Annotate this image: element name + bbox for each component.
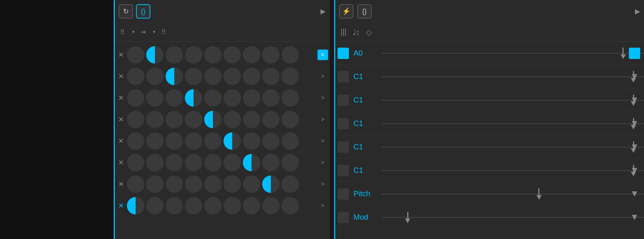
seq-cell[interactable] bbox=[262, 68, 280, 85]
seq-cell[interactable] bbox=[243, 132, 260, 150]
color-square[interactable] bbox=[338, 118, 349, 129]
seq-cell[interactable] bbox=[262, 111, 280, 128]
seq-cell[interactable] bbox=[281, 89, 299, 107]
seq-cell[interactable] bbox=[243, 175, 260, 193]
seq-cell[interactable] bbox=[262, 89, 280, 107]
seq-cell[interactable] bbox=[166, 46, 183, 64]
seq-row-mute[interactable]: ✕ bbox=[116, 94, 125, 102]
seq-cell[interactable] bbox=[127, 132, 144, 150]
row-track[interactable] bbox=[381, 88, 644, 112]
color-square[interactable] bbox=[338, 165, 349, 176]
seq-cell[interactable] bbox=[146, 175, 164, 193]
seq-cell[interactable] bbox=[166, 89, 183, 107]
seq-cell[interactable] bbox=[262, 154, 280, 171]
seq-cell[interactable] bbox=[243, 197, 260, 214]
seq-row-arrow[interactable]: > bbox=[317, 114, 328, 125]
seq-row-arrow[interactable]: > bbox=[317, 200, 328, 211]
slider-handle[interactable] bbox=[405, 212, 410, 223]
seq-cell[interactable] bbox=[204, 46, 222, 64]
seq-cell[interactable] bbox=[224, 132, 241, 150]
seq-row-arrow[interactable]: > bbox=[317, 179, 328, 189]
slider-handle[interactable] bbox=[621, 48, 626, 59]
seq-row-arrow[interactable]: < bbox=[317, 50, 328, 60]
seq-cell[interactable] bbox=[127, 89, 144, 107]
seq-cell[interactable] bbox=[146, 132, 164, 150]
row-track[interactable] bbox=[381, 182, 644, 205]
seq-cell[interactable] bbox=[243, 68, 260, 85]
seq-cell[interactable] bbox=[204, 154, 222, 171]
diamond-icon[interactable]: ◇ bbox=[366, 28, 372, 37]
seq-cell[interactable] bbox=[166, 175, 183, 193]
seq-cell[interactable] bbox=[262, 46, 280, 64]
seq-cell[interactable] bbox=[127, 197, 144, 214]
seq-cell[interactable] bbox=[281, 46, 299, 64]
color-square[interactable] bbox=[338, 48, 349, 59]
seq-cell[interactable] bbox=[127, 68, 144, 85]
seq-cell[interactable] bbox=[224, 197, 241, 214]
seq-cell[interactable] bbox=[204, 111, 222, 128]
seq-row-mute[interactable]: ✕ bbox=[116, 72, 125, 81]
seq-cell[interactable] bbox=[262, 175, 280, 193]
slider-handle[interactable] bbox=[536, 188, 542, 200]
seq-play-btn[interactable]: ▶ bbox=[320, 7, 326, 16]
seq-cell[interactable] bbox=[185, 46, 202, 64]
seq-cell[interactable] bbox=[166, 132, 183, 150]
row-track[interactable] bbox=[381, 65, 644, 88]
seq-cell[interactable] bbox=[185, 132, 202, 150]
seq-cell[interactable] bbox=[166, 154, 183, 171]
seq-cell[interactable] bbox=[204, 175, 222, 193]
seq-cell[interactable] bbox=[281, 197, 299, 214]
seq-cell[interactable] bbox=[185, 154, 202, 171]
loop-btn[interactable]: ↻ bbox=[119, 4, 133, 19]
row-track[interactable] bbox=[381, 159, 644, 182]
color-square[interactable] bbox=[338, 141, 349, 153]
seq-cell[interactable] bbox=[127, 175, 144, 193]
seq-cell[interactable] bbox=[281, 68, 299, 85]
seq-row-mute[interactable]: ✕ bbox=[116, 180, 125, 188]
seq-cell[interactable] bbox=[146, 46, 164, 64]
seq-cell[interactable] bbox=[185, 197, 202, 214]
seq-row-mute[interactable]: ✕ bbox=[116, 51, 125, 59]
seq-row-arrow[interactable]: > bbox=[317, 71, 328, 82]
hash-control[interactable]: ▾ bbox=[152, 29, 155, 34]
seq-cell[interactable] bbox=[185, 175, 202, 193]
grid-icon[interactable]: ⠿ bbox=[161, 28, 166, 36]
color-square[interactable] bbox=[338, 212, 349, 223]
bars-icon[interactable]: ||| bbox=[341, 28, 347, 36]
seq-row-mute[interactable]: ✕ bbox=[116, 137, 125, 145]
bolt-btn[interactable]: ⚡ bbox=[339, 4, 353, 19]
seq-cell[interactable] bbox=[146, 89, 164, 107]
seq-cell[interactable] bbox=[243, 154, 260, 171]
seq-cell[interactable] bbox=[146, 154, 164, 171]
seq-cell[interactable] bbox=[243, 46, 260, 64]
seq-cell[interactable] bbox=[204, 132, 222, 150]
seq-cell[interactable] bbox=[281, 154, 299, 171]
seq-cell[interactable] bbox=[204, 68, 222, 85]
count-control[interactable]: ▾ bbox=[131, 29, 134, 34]
seq-row-mute[interactable]: ✕ bbox=[116, 158, 125, 167]
seq-cell[interactable] bbox=[146, 111, 164, 128]
row-track[interactable] bbox=[381, 42, 644, 65]
seq-cell[interactable] bbox=[204, 197, 222, 214]
seq-cell[interactable] bbox=[224, 89, 241, 107]
seq-cell[interactable] bbox=[224, 68, 241, 85]
seq-cell[interactable] bbox=[204, 89, 222, 107]
color-square[interactable] bbox=[338, 71, 349, 82]
seq-row-arrow[interactable]: > bbox=[317, 93, 328, 103]
color-square[interactable] bbox=[338, 188, 349, 200]
seq-cell[interactable] bbox=[281, 132, 299, 150]
seq-cell[interactable] bbox=[281, 175, 299, 193]
seq-cell[interactable] bbox=[185, 89, 202, 107]
seq-cell[interactable] bbox=[224, 111, 241, 128]
seq-cell[interactable] bbox=[262, 132, 280, 150]
seq-cell[interactable] bbox=[185, 111, 202, 128]
seq-cell[interactable] bbox=[146, 197, 164, 214]
right-play-btn[interactable]: ▶ bbox=[635, 7, 640, 16]
seq-cell[interactable] bbox=[146, 68, 164, 85]
seq-cell[interactable] bbox=[127, 46, 144, 64]
seq-row-mute[interactable]: ✕ bbox=[116, 202, 125, 210]
note-icon[interactable]: ♩↕ bbox=[353, 28, 360, 37]
row-track[interactable] bbox=[381, 112, 644, 135]
seq-cell[interactable] bbox=[243, 111, 260, 128]
seq-row-arrow[interactable]: > bbox=[317, 157, 328, 168]
